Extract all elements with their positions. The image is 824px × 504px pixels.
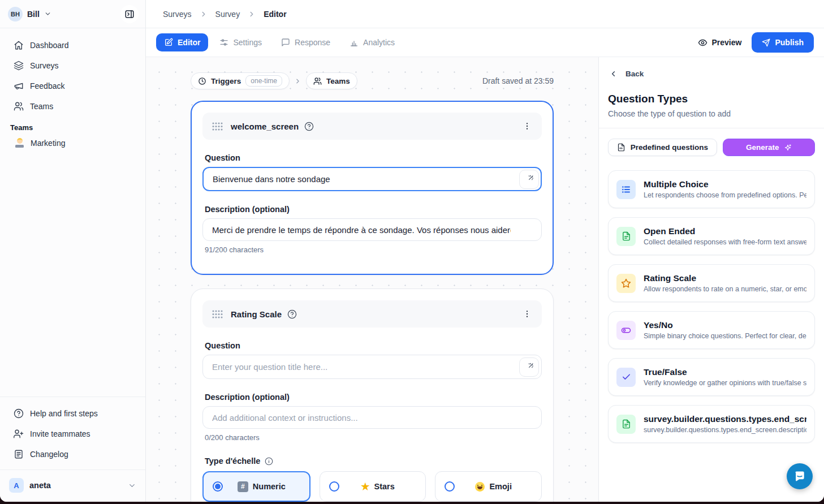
sidebar-item-invite[interactable]: Invite teammates bbox=[10, 424, 137, 443]
sparkles-icon bbox=[784, 144, 792, 152]
sidebar-item-label: Help and first steps bbox=[30, 409, 98, 418]
question-card-rating-scale[interactable]: Rating Scale Question bbox=[191, 288, 554, 502]
tab-settings[interactable]: Settings bbox=[212, 33, 270, 51]
question-card-title: welcome_screen bbox=[231, 122, 299, 131]
char-counter: 91/200 characters bbox=[205, 245, 540, 254]
scale-option-label: Stars bbox=[374, 482, 394, 491]
breadcrumb-surveys[interactable]: Surveys bbox=[163, 10, 192, 19]
tab-response[interactable]: Response bbox=[273, 33, 338, 51]
ai-improve-button[interactable] bbox=[519, 170, 539, 189]
radio-selected-icon bbox=[213, 481, 223, 492]
panel-subtitle: Choose the type of question to add bbox=[608, 109, 815, 118]
changelog-icon bbox=[14, 449, 24, 459]
scale-option-numeric[interactable]: # Numeric bbox=[202, 471, 310, 502]
sidebar-item-label: Changelog bbox=[30, 450, 68, 459]
megaphone-icon bbox=[14, 81, 24, 91]
workspace-switcher[interactable]: BH Bill bbox=[0, 0, 145, 28]
teams-chip[interactable]: Teams bbox=[306, 72, 357, 89]
radio-icon bbox=[445, 481, 455, 492]
sidebar-item-marketing[interactable]: Marketing bbox=[0, 134, 145, 152]
type-title: Yes/No bbox=[644, 320, 806, 330]
chevron-right-icon bbox=[200, 10, 208, 18]
type-title: Open Ended bbox=[644, 226, 806, 236]
chevron-left-icon bbox=[609, 70, 618, 78]
preview-label: Preview bbox=[712, 38, 742, 47]
type-card-rating-scale[interactable]: Rating Scale Allow respondents to rate o… bbox=[608, 264, 815, 302]
question-card-header: Rating Scale bbox=[202, 300, 542, 328]
tab-editor[interactable]: Editor bbox=[156, 33, 208, 51]
sidebar-item-surveys[interactable]: Surveys bbox=[10, 57, 137, 75]
sidebar-item-feedback[interactable]: Feedback bbox=[10, 77, 137, 95]
type-description: Let respondents choose from predefined o… bbox=[644, 191, 806, 199]
card-menu-button[interactable] bbox=[520, 119, 534, 133]
sidebar: BH Bill Dashboard Surveys Feedback T bbox=[0, 0, 146, 502]
info-circle-icon[interactable] bbox=[265, 457, 273, 466]
layers-icon bbox=[14, 61, 24, 71]
drag-handle-icon[interactable] bbox=[212, 309, 223, 319]
help-circle-icon[interactable] bbox=[304, 122, 314, 131]
drag-handle-icon[interactable] bbox=[212, 122, 223, 131]
type-card-multiple-choice[interactable]: Multiple Choice Let respondents choose f… bbox=[608, 170, 815, 208]
publish-button[interactable]: Publish bbox=[752, 32, 814, 53]
sidebar-item-help[interactable]: Help and first steps bbox=[10, 404, 137, 423]
type-description: Verify knowledge or gather opinions with… bbox=[644, 379, 806, 387]
help-circle-icon[interactable] bbox=[287, 309, 297, 319]
file-code-icon bbox=[617, 143, 625, 152]
type-card-yes-no[interactable]: Yes/No Simple binary choice questions. P… bbox=[608, 311, 815, 349]
back-button[interactable]: Back bbox=[608, 68, 815, 79]
account-switcher[interactable]: A aneta bbox=[0, 469, 145, 502]
home-icon bbox=[14, 40, 24, 50]
generate-label: Generate bbox=[746, 143, 779, 152]
type-card-open-ended[interactable]: Open Ended Collect detailed responses wi… bbox=[608, 217, 815, 255]
trigger-frequency-badge: one-time bbox=[245, 75, 282, 87]
team-label: Marketing bbox=[31, 139, 65, 148]
preview-button[interactable]: Preview bbox=[698, 38, 742, 48]
question-title-input[interactable] bbox=[202, 167, 542, 191]
sidebar-item-label: Surveys bbox=[30, 61, 59, 70]
type-card-end-screen[interactable]: survey.builder.questions.types.end_scr..… bbox=[608, 405, 815, 443]
question-title-input[interactable] bbox=[202, 355, 542, 379]
card-menu-button[interactable] bbox=[520, 307, 534, 321]
sidebar-item-label: Invite teammates bbox=[30, 429, 90, 438]
triggers-chip[interactable]: Triggers one-time bbox=[191, 72, 290, 89]
question-description-input[interactable] bbox=[202, 406, 542, 429]
question-types-panel: Back Question Types Choose the type of q… bbox=[598, 57, 824, 502]
star-icon bbox=[616, 274, 636, 293]
type-title: survey.builder.questions.types.end_scr..… bbox=[644, 414, 806, 424]
type-description: Simple binary choice questions. Perfect … bbox=[644, 332, 806, 340]
type-card-true-false[interactable]: True/False Verify knowledge or gather op… bbox=[608, 358, 815, 396]
question-card-welcome-screen[interactable]: welcome_screen Question bbox=[191, 101, 554, 275]
sidebar-item-teams[interactable]: Teams bbox=[10, 97, 137, 115]
type-title: Multiple Choice bbox=[644, 179, 806, 189]
draft-status: Draft saved at 23:59 bbox=[482, 76, 554, 85]
help-circle-icon bbox=[14, 408, 24, 419]
ai-improve-button[interactable] bbox=[519, 357, 539, 377]
scale-type-options: # Numeric ★ Stars bbox=[202, 471, 542, 502]
pencil-square-icon bbox=[164, 38, 173, 47]
sidebar-item-dashboard[interactable]: Dashboard bbox=[10, 36, 137, 54]
document-icon bbox=[616, 227, 636, 246]
smiley-emoji-icon bbox=[475, 482, 485, 492]
question-description-input[interactable] bbox=[202, 218, 542, 241]
scale-option-emoji[interactable]: Emoji bbox=[435, 471, 542, 502]
tab-analytics[interactable]: Analytics bbox=[342, 33, 403, 51]
generate-button[interactable]: Generate bbox=[723, 139, 815, 156]
magic-wand-icon bbox=[525, 175, 534, 184]
panel-title: Question Types bbox=[608, 93, 815, 105]
toggle-icon bbox=[616, 321, 636, 340]
app-window: BH Bill Dashboard Surveys Feedback T bbox=[0, 0, 824, 502]
breadcrumb-survey[interactable]: Survey bbox=[215, 10, 240, 19]
predefined-questions-button[interactable]: Predefined questions bbox=[608, 139, 717, 156]
sidebar-collapse-button[interactable] bbox=[120, 5, 139, 23]
document-icon bbox=[616, 415, 636, 434]
chevron-down-icon bbox=[44, 10, 51, 18]
send-icon bbox=[762, 38, 770, 47]
question-card-header: welcome_screen bbox=[202, 113, 542, 140]
back-label: Back bbox=[625, 70, 644, 78]
triggers-label: Triggers bbox=[211, 77, 241, 85]
chat-launcher-button[interactable] bbox=[787, 463, 813, 489]
workspace-avatar: BH bbox=[8, 7, 23, 21]
tab-label: Analytics bbox=[363, 38, 395, 47]
scale-option-stars[interactable]: ★ Stars bbox=[320, 471, 426, 502]
sidebar-item-changelog[interactable]: Changelog bbox=[10, 445, 137, 464]
